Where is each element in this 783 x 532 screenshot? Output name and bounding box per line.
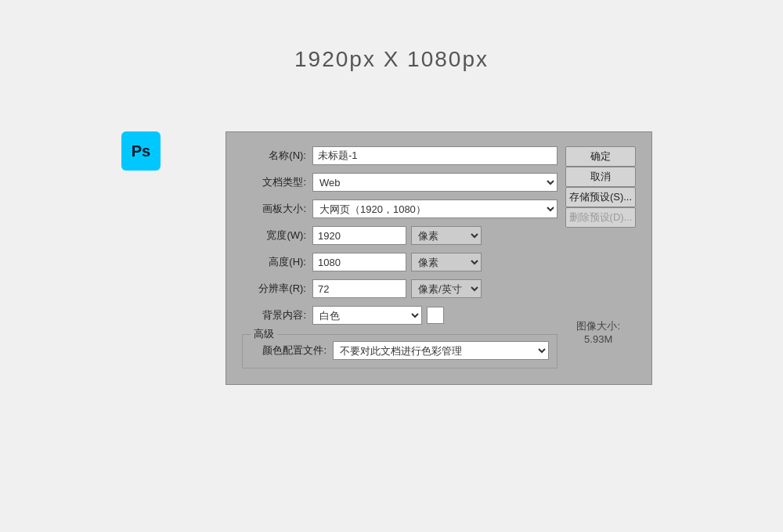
dialog-buttons: 确定 取消 存储预设(S)... 删除预设(D)... 图像大小: 5.93M	[557, 146, 636, 368]
cancel-button[interactable]: 取消	[565, 167, 636, 187]
advanced-group: 高级 颜色配置文件: 不要对此文档进行色彩管理	[242, 334, 557, 368]
canvas-row: 画板大小: 大网页（1920，1080）	[242, 200, 557, 218]
height-label: 高度(H):	[242, 255, 312, 269]
height-unit-select[interactable]: 像素	[411, 253, 482, 271]
bg-color-swatch[interactable]	[427, 307, 444, 324]
advanced-legend: 高级	[251, 327, 277, 341]
width-unit-select[interactable]: 像素	[411, 226, 482, 245]
canvas-select[interactable]: 大网页（1920，1080）	[312, 200, 557, 218]
ps-icon: Ps	[121, 131, 161, 171]
height-input[interactable]	[312, 253, 406, 271]
color-profile-label: 颜色配置文件:	[251, 343, 333, 358]
image-size-value: 5.93M	[576, 333, 620, 345]
height-row: 高度(H): 像素	[242, 253, 557, 271]
ok-button[interactable]: 确定	[565, 146, 636, 167]
resolution-label: 分辨率(R):	[242, 282, 312, 296]
resolution-input[interactable]	[312, 279, 406, 298]
resolution-unit-select[interactable]: 像素/英寸	[411, 279, 482, 298]
color-profile-row: 颜色配置文件: 不要对此文档进行色彩管理	[251, 341, 549, 360]
bg-select[interactable]: 白色	[312, 306, 422, 325]
doc-type-row: 文档类型: Web	[242, 173, 557, 192]
doc-type-select[interactable]: Web	[312, 173, 557, 192]
image-size-label: 图像大小:	[576, 319, 620, 333]
page-title: 1920px X 1080px	[0, 0, 783, 72]
resolution-row: 分辨率(R): 像素/英寸	[242, 279, 557, 298]
width-input[interactable]	[312, 226, 406, 245]
name-label: 名称(N):	[242, 149, 312, 163]
name-input[interactable]	[312, 146, 557, 165]
doc-type-label: 文档类型:	[242, 175, 312, 189]
image-size-info: 图像大小: 5.93M	[576, 319, 620, 345]
ps-icon-text: Ps	[132, 142, 150, 160]
dialog-layout: 名称(N): 文档类型: Web 画板大小: 大网页（1920，1080） 宽度…	[242, 146, 636, 368]
bg-row: 背景内容: 白色	[242, 306, 557, 325]
color-profile-select[interactable]: 不要对此文档进行色彩管理	[333, 341, 549, 360]
bg-label: 背景内容:	[242, 308, 312, 322]
name-row: 名称(N):	[242, 146, 557, 165]
canvas-label: 画板大小:	[242, 202, 312, 216]
dialog-form: 名称(N): 文档类型: Web 画板大小: 大网页（1920，1080） 宽度…	[242, 146, 557, 368]
new-document-dialog: 名称(N): 文档类型: Web 画板大小: 大网页（1920，1080） 宽度…	[226, 131, 652, 385]
width-row: 宽度(W): 像素	[242, 226, 557, 245]
delete-preset-button: 删除预设(D)...	[565, 207, 636, 228]
save-preset-button[interactable]: 存储预设(S)...	[565, 187, 636, 207]
width-label: 宽度(W):	[242, 228, 312, 243]
